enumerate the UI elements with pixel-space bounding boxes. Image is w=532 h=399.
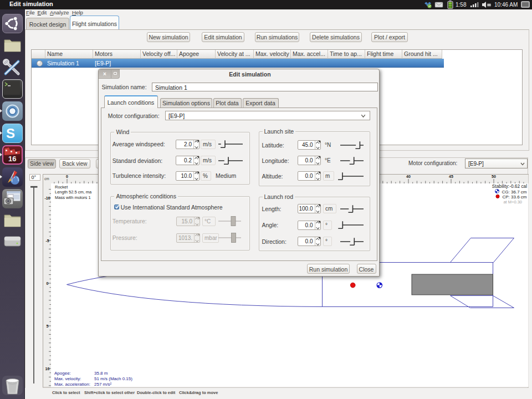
svg-text:Rocket: Rocket xyxy=(55,185,68,190)
svg-text:35.8 m: 35.8 m xyxy=(94,371,108,376)
svg-text:0: 0 xyxy=(66,175,68,178)
svg-text:Max. acceleration:: Max. acceleration: xyxy=(54,382,90,387)
svg-text:5: 5 xyxy=(47,324,49,328)
svg-text:Stability:-0.62 cal: Stability:-0.62 cal xyxy=(492,183,527,189)
svg-text:1:58: 1:58 xyxy=(456,2,467,8)
svg-text:40: 40 xyxy=(406,175,411,178)
svg-text:cm: cm xyxy=(44,177,49,181)
svg-text:257 m/s²: 257 m/s² xyxy=(94,382,111,387)
svg-text:-10: -10 xyxy=(44,196,50,200)
svg-text:CG: 36.7 cm: CG: 36.7 cm xyxy=(502,190,527,195)
svg-text:10:46 AM: 10:46 AM xyxy=(494,2,518,8)
svg-text:Apogee:: Apogee: xyxy=(54,371,71,376)
svg-text:51 m/s (Mach 0.15): 51 m/s (Mach 0.15) xyxy=(94,376,132,381)
svg-text:16: 16 xyxy=(8,155,16,163)
svg-text:Length 52.5 cm, ma: Length 52.5 cm, ma xyxy=(55,190,92,195)
svg-text:-5: -5 xyxy=(45,239,49,243)
svg-text:45: 45 xyxy=(449,175,453,178)
svg-text:Mass with motors 1: Mass with motors 1 xyxy=(55,195,91,200)
svg-text:50: 50 xyxy=(492,175,496,178)
svg-text:0: 0 xyxy=(47,282,49,285)
svg-text:at M=0.30: at M=0.30 xyxy=(503,200,522,204)
svg-text:Max. velocity:: Max. velocity: xyxy=(54,376,81,381)
svg-text:CP: 33.6 cm: CP: 33.6 cm xyxy=(502,195,526,200)
svg-text:10: 10 xyxy=(45,367,50,371)
